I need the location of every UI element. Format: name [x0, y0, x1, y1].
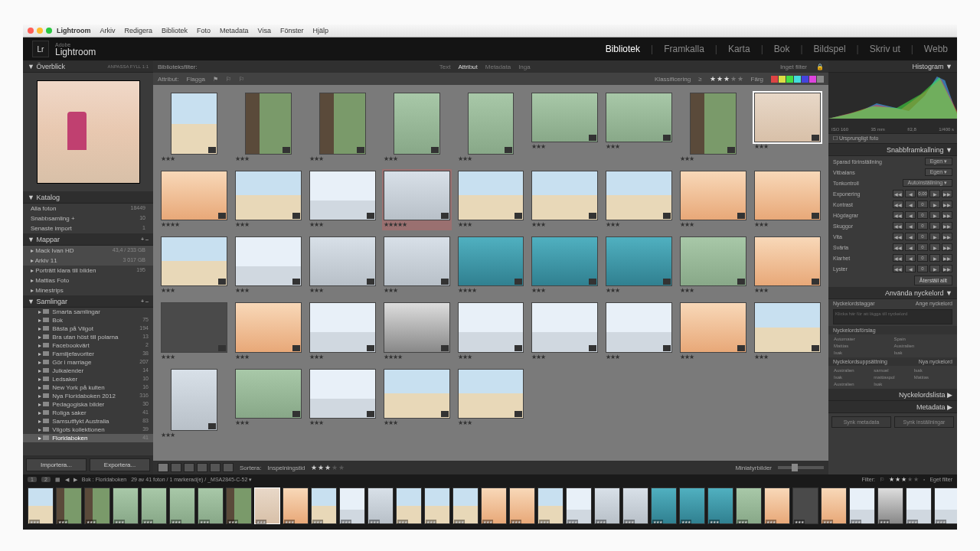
color-swatches[interactable] — [771, 76, 824, 83]
folder-row[interactable]: ▸ Mattias Foto — [23, 276, 153, 285]
filmstrip-thumb[interactable]: ★★★ — [537, 487, 564, 524]
grid-cell[interactable]: ★★★ — [159, 235, 229, 296]
filter-tab-text[interactable]: Text — [439, 64, 451, 70]
filmstrip-thumb[interactable]: ★★★ — [877, 487, 903, 524]
color-swatch[interactable] — [771, 76, 778, 83]
filmstrip-thumb[interactable]: ★★★ — [283, 487, 309, 524]
collection-item[interactable]: ▸ Facebookvärt2 — [23, 341, 153, 350]
keyword-entry[interactable]: Klicka här för att lägga till nyckelord — [833, 309, 952, 324]
keyword-set-item[interactable]: Australien — [833, 381, 872, 387]
grid-cell[interactable]: ★★★ — [530, 169, 599, 230]
color-swatch[interactable] — [809, 76, 816, 83]
folder-row[interactable]: ▸ Arkiv 113 017 GB — [23, 256, 153, 266]
close-icon[interactable] — [28, 28, 34, 34]
keyword-suggestion[interactable]: Automater — [833, 336, 893, 342]
screen-1[interactable]: 1 — [28, 477, 37, 482]
people-view-icon[interactable] — [210, 463, 220, 472]
filmstrip-thumb[interactable]: ★★★ — [226, 487, 252, 524]
filmstrip-thumb[interactable]: ★★★ — [594, 487, 620, 524]
export-button[interactable]: Exportera... — [90, 458, 150, 471]
grid-cell[interactable]: ★★★ — [308, 301, 377, 362]
collection-item[interactable]: ▸ New York på kulten16 — [23, 383, 153, 392]
collection-item[interactable]: ▸ Smarta samlingar — [23, 308, 153, 316]
keyword-set-item[interactable]: Australien — [833, 367, 872, 373]
grid-cell[interactable]: ★★★★ — [456, 235, 526, 296]
keywords-header[interactable]: Använda nyckelord ▼ — [828, 287, 957, 299]
breadcrumb[interactable]: Bok : Floridaboken — [82, 477, 126, 482]
filmstrip-thumb[interactable]: ★★★ — [254, 487, 280, 524]
flag-unflagged-icon[interactable]: ⚐ — [226, 76, 231, 83]
grid-cell[interactable]: ★★★ — [678, 91, 748, 165]
filmstrip-thumb[interactable]: ★★★ — [56, 487, 82, 524]
grid-cell[interactable]: ★★★ — [234, 367, 303, 441]
keywordlist-header[interactable]: Nyckelordslista ▶ — [828, 389, 957, 401]
module-bildspel[interactable]: Bildspel — [814, 44, 846, 54]
catalog-row[interactable]: Senaste import1 — [23, 223, 153, 233]
filmstrip-thumb[interactable]: ★★★ — [113, 487, 139, 524]
filmstrip-thumb[interactable]: ★★★ — [396, 487, 422, 524]
collection-item[interactable]: ▸ Bok75 — [23, 316, 153, 324]
folder-row[interactable]: ▸ Porträtt klara till bilden195 — [23, 266, 153, 276]
filmstrip-thumb[interactable]: ★★★ — [311, 487, 337, 524]
grid-cell[interactable]: ★★★★★ — [382, 169, 452, 230]
menu-metadata[interactable]: Metadata — [220, 27, 249, 34]
grid-cell[interactable]: ★★★ — [604, 91, 674, 165]
module-bibliotek[interactable]: Bibliotek — [606, 44, 640, 54]
menu-lightroom[interactable]: Lightroom — [57, 27, 91, 34]
thumbnail-slider[interactable] — [778, 466, 824, 469]
filmstrip-thumb[interactable]: ★★★ — [28, 487, 54, 524]
keyword-set-item[interactable]: samuel — [873, 367, 912, 373]
filmstrip-thumb[interactable]: ★★★ — [452, 487, 479, 524]
grid-cell[interactable]: ★★★ — [530, 235, 599, 296]
module-bok[interactable]: Bok — [774, 44, 790, 54]
keyword-set-item[interactable]: Isak — [833, 374, 872, 380]
menu-bibliotek[interactable]: Bibliotek — [162, 27, 188, 34]
keyword-suggestion[interactable]: Australien — [893, 343, 953, 349]
grid-cell[interactable]: ★★★ — [530, 91, 599, 165]
filmstrip-thumb[interactable]: ★★★ — [424, 487, 450, 524]
menu-visa[interactable]: Visa — [258, 27, 271, 34]
color-swatch[interactable] — [794, 76, 801, 83]
grid-cell[interactable]: ★★★ — [604, 169, 674, 230]
grid-icon[interactable]: ▦ — [55, 477, 60, 483]
folders-header[interactable]: ▼ Mappar+ – — [23, 233, 153, 246]
filmstrip-thumb[interactable]: ★★★ — [169, 487, 195, 524]
fs-filter-preset[interactable]: Eget filter — [929, 477, 952, 482]
grid-cell[interactable]: ★★★ — [382, 235, 452, 296]
filmstrip-thumb[interactable]: ★★★ — [651, 487, 677, 524]
fwd-icon[interactable]: ▶ — [74, 477, 77, 483]
flag-picked-icon[interactable]: ⚑ — [213, 76, 218, 83]
zoom-icon[interactable] — [46, 28, 52, 34]
flag-rejected-icon[interactable]: ⚐ — [239, 76, 244, 83]
folder-row[interactable]: ▸ Minestrips — [23, 285, 153, 295]
navigator-preview[interactable] — [23, 73, 153, 191]
filter-lock-icon[interactable]: 🔒 — [816, 64, 824, 70]
grid-view-icon[interactable] — [158, 463, 168, 472]
menu-foto[interactable]: Foto — [197, 27, 211, 34]
filmstrip-thumb[interactable]: ★★★ — [141, 487, 167, 524]
grid-cell[interactable]: ★★★★ — [382, 301, 452, 362]
color-swatch[interactable] — [779, 76, 786, 83]
filmstrip-thumb[interactable]: ★★★ — [481, 487, 507, 524]
import-button[interactable]: Importera... — [26, 458, 87, 471]
navigator-header[interactable]: ▼ Överblick ANPASSA FYLL 1:1 — [23, 60, 153, 73]
collection-item[interactable]: ▸ Floridaboken41 — [23, 434, 153, 442]
collection-item[interactable]: ▸ Nya Floridaboken 2012316 — [23, 392, 153, 400]
metadata-header[interactable]: Metadata ▶ — [828, 401, 957, 413]
module-karta[interactable]: Karta — [728, 44, 750, 54]
filmstrip-thumb[interactable]: ★★★ — [849, 487, 875, 524]
filmstrip-thumb[interactable]: ★★★ — [679, 487, 705, 524]
collection-item[interactable]: ▸ Bra utan höst till polarna13 — [23, 333, 153, 341]
grid-cell[interactable]: ★★★ — [159, 367, 229, 441]
grid-cell[interactable]: ★★★ — [456, 91, 526, 165]
histogram-header[interactable]: Histogram ▼ — [828, 60, 957, 73]
menu-redigera[interactable]: Redigera — [125, 27, 153, 34]
grid-cell[interactable]: ★★★ — [753, 235, 822, 296]
color-swatch[interactable] — [802, 76, 808, 83]
grid-cell[interactable]: ★★★ — [234, 235, 303, 296]
grid-cell[interactable]: ★★★ — [308, 235, 377, 296]
minimize-icon[interactable] — [37, 28, 43, 34]
module-webb[interactable]: Webb — [924, 44, 948, 54]
filmstrip-thumb[interactable]: ★★★ — [84, 487, 110, 524]
grid-cell[interactable]: ★★★ — [456, 301, 526, 362]
